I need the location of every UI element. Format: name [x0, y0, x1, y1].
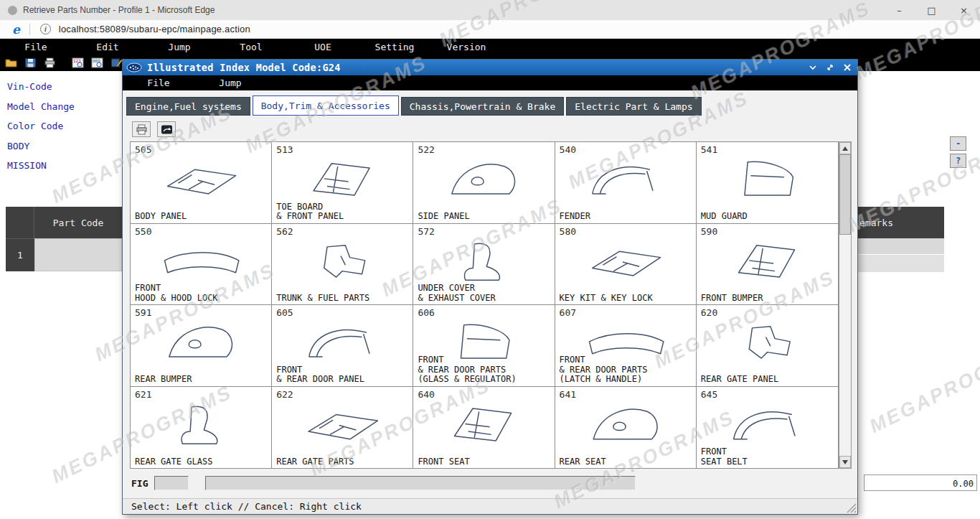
- dialog-titlebar[interactable]: Illustrated Index Model Code:G24: [123, 60, 857, 75]
- dialog-controls: [807, 63, 857, 73]
- url-text[interactable]: localhost:58089/subaru-epc/mainpage.acti…: [59, 24, 250, 34]
- open-folder-icon[interactable]: [3, 56, 19, 70]
- scroll-down-button[interactable]: [839, 456, 851, 468]
- tab-body-trim-accessories[interactable]: Body,Trim & Accessories: [253, 95, 399, 116]
- part-illustration-icon: [704, 153, 831, 202]
- figure-label: FRONT & REAR DOOR PARTS (LATCH & HANDLE): [560, 355, 648, 384]
- part-illustration-icon: [279, 235, 405, 284]
- figure-label: REAR GATE PARTS: [276, 457, 354, 467]
- menu-item[interactable]: UOE: [287, 42, 359, 52]
- menu-item[interactable]: Tool: [215, 42, 287, 52]
- figure-cell[interactable]: 522 SIDE PANEL: [413, 142, 555, 224]
- parts-table-row-cell[interactable]: [34, 238, 122, 271]
- scroll-up-button[interactable]: [839, 142, 851, 154]
- watermark: MEGAPROGRAMS: [866, 331, 980, 438]
- figure-cell[interactable]: 607 FRONT & REAR DOOR PARTS (LATCH & HAN…: [555, 305, 697, 387]
- part-illustration-icon: [420, 398, 547, 447]
- figure-cell[interactable]: 606 FRONT & REAR DOOR PARTS (GLASS & REG…: [413, 305, 555, 387]
- figure-label: REAR GATE GLASS: [135, 457, 212, 467]
- image-mode-button[interactable]: [157, 121, 176, 137]
- figure-cell[interactable]: 572 UNDER COVER & EXHAUST COVER: [413, 224, 555, 306]
- figure-cell[interactable]: 580 KEY KIT & KEY LOCK: [555, 224, 697, 306]
- parts-table-header: Part Code: [6, 207, 122, 238]
- edge-icon[interactable]: e: [12, 22, 20, 37]
- collapse-panel-button[interactable]: -: [950, 136, 966, 151]
- category-tabs: Engine,Fuel systemsBody,Trim & Accessori…: [126, 95, 702, 116]
- menu-item[interactable]: File: [123, 78, 194, 88]
- menu-item[interactable]: File: [0, 42, 72, 52]
- sidebar-link[interactable]: Color Code: [7, 121, 63, 131]
- minimize-button[interactable]: –: [883, 0, 915, 20]
- figure-cell[interactable]: 645 FRONT SEAT BELT: [697, 387, 838, 469]
- vin-search-icon[interactable]: 123: [70, 56, 86, 70]
- arrow-down-icon: [842, 460, 848, 464]
- vertical-scrollbar[interactable]: [839, 141, 852, 469]
- figure-grid: 505 BODY PANEL 513 TOE BOARD & FRONT PAN…: [130, 141, 839, 469]
- amount-field[interactable]: 0.00: [864, 474, 977, 491]
- info-icon[interactable]: i: [40, 24, 51, 34]
- print-icon[interactable]: [42, 56, 58, 70]
- code-search-icon[interactable]: 009: [89, 56, 105, 70]
- scrollbar-thumb[interactable]: [839, 154, 851, 235]
- figure-label: MUD GUARD: [701, 212, 748, 221]
- table-row: [858, 255, 944, 272]
- menu-item[interactable]: Jump: [194, 78, 266, 88]
- sidebar-link[interactable]: BODY: [7, 141, 29, 151]
- figure-cell[interactable]: 605 FRONT & REAR DOOR PANEL: [272, 305, 413, 387]
- figure-cell[interactable]: 591 REAR BUMPER: [131, 305, 272, 387]
- figure-label: SIDE PANEL: [418, 212, 469, 221]
- dialog-toolbar: [132, 121, 176, 137]
- page-favicon-icon: [8, 6, 17, 15]
- illustrated-index-dialog: Illustrated Index Model Code:G24 FileJum…: [122, 59, 858, 515]
- save-icon[interactable]: [22, 56, 39, 70]
- menu-item[interactable]: Version: [430, 42, 502, 52]
- figure-cell[interactable]: 541 MUD GUARD: [697, 142, 838, 224]
- parts-table-corner-cell: [6, 207, 34, 238]
- part-illustration-icon: [138, 153, 264, 202]
- figure-label: REAR BUMPER: [135, 375, 192, 384]
- dialog-title: Illustrated Index Model Code:G24: [147, 62, 341, 73]
- fig-input-row: FIG: [131, 475, 636, 491]
- figure-cell[interactable]: 621 REAR GATE GLASS: [131, 387, 272, 469]
- figure-cell[interactable]: 640 FRONT SEAT: [413, 387, 555, 469]
- menu-item[interactable]: Edit: [72, 42, 143, 52]
- part-illustration-icon: [562, 153, 689, 202]
- figure-cell[interactable]: 620 REAR GATE PANEL: [697, 305, 838, 387]
- subaru-logo-icon: [126, 62, 142, 73]
- figure-cell[interactable]: 550 FRONT HOOD & HOOD LOCK: [131, 224, 272, 306]
- figure-cell[interactable]: 590 FRONT BUMPER: [697, 224, 838, 306]
- figure-label: FRONT SEAT: [418, 457, 469, 467]
- figure-cell[interactable]: 540 FENDER: [555, 142, 697, 224]
- sidebar-link[interactable]: Vin-Code: [7, 81, 52, 92]
- figure-cell[interactable]: 622 REAR GATE PARTS: [272, 387, 413, 469]
- help-button[interactable]: ?: [950, 154, 966, 168]
- part-illustration-icon: [420, 153, 547, 202]
- figure-cell[interactable]: 505 BODY PANEL: [131, 142, 272, 224]
- tab-engine-fuel-systems[interactable]: Engine,Fuel systems: [126, 97, 250, 116]
- resize-grip[interactable]: [847, 503, 857, 513]
- maximize-icon[interactable]: [824, 63, 835, 73]
- part-illustration-icon: [279, 153, 405, 202]
- sidebar-link[interactable]: Model Change: [7, 101, 75, 112]
- collapse-icon[interactable]: [807, 63, 818, 73]
- tab-chassis-powertrain-brake[interactable]: Chassis,Powertrain & Brake: [401, 97, 565, 116]
- figure-label: REAR SEAT: [560, 457, 606, 467]
- remarks-column-header: emarks: [858, 207, 944, 238]
- dialog-status-bar: Select: Left click // Cancel: Right clic…: [123, 498, 857, 514]
- fig-code-input[interactable]: [154, 476, 189, 490]
- fig-label: FIG: [131, 478, 148, 489]
- figure-cell[interactable]: 641 REAR SEAT: [555, 387, 697, 469]
- tab-electric-part-lamps[interactable]: Electric Part & Lamps: [566, 97, 701, 116]
- fig-name-input[interactable]: [205, 476, 636, 490]
- close-icon[interactable]: [842, 63, 852, 73]
- sidebar-link[interactable]: MISSION: [7, 160, 47, 171]
- maximize-button[interactable]: □: [915, 0, 948, 20]
- figure-cell[interactable]: 562 TRUNK & FUEL PARTS: [272, 224, 413, 306]
- print-button[interactable]: [132, 121, 151, 137]
- figure-cell[interactable]: 513 TOE BOARD & FRONT PANEL: [272, 142, 413, 224]
- close-button[interactable]: ×: [948, 0, 980, 20]
- figure-label: REAR GATE PANEL: [701, 375, 778, 384]
- menu-item[interactable]: Jump: [143, 42, 215, 52]
- figure-label: KEY KIT & KEY LOCK: [560, 294, 653, 303]
- menu-item[interactable]: Setting: [359, 42, 430, 52]
